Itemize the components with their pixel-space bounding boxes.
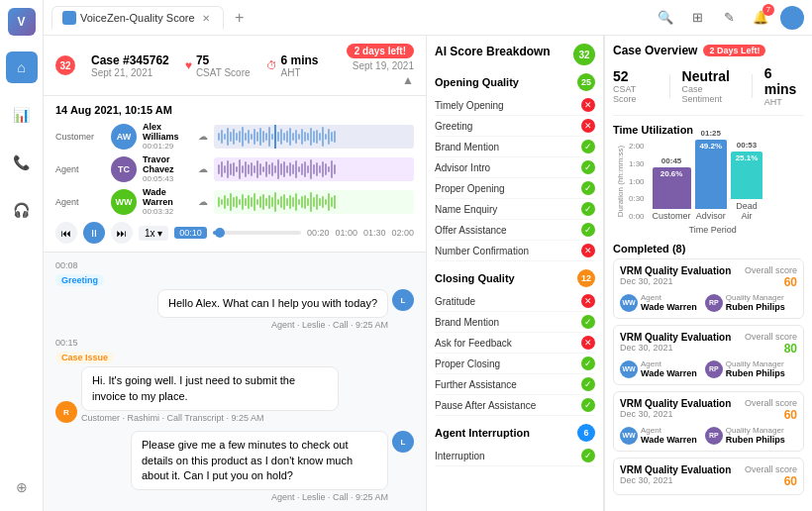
- check-icon-gratitude: ✕: [581, 294, 595, 308]
- overview-sentiment-val: Neutral: [682, 68, 740, 84]
- csat-val: 75: [196, 53, 251, 67]
- check-brand-mention-1: Brand Mention ✓: [435, 137, 595, 157]
- track-time-display-1: 00:01:29: [143, 142, 192, 151]
- sidebar-item-phone[interactable]: 📞: [6, 147, 38, 178]
- progress-bar[interactable]: [213, 231, 301, 235]
- active-tab[interactable]: VoiceZen-Quality Score ✕: [51, 6, 224, 30]
- check-label-brand2: Brand Mention: [435, 317, 499, 328]
- skip-back-btn[interactable]: ⏮: [55, 222, 77, 244]
- chat-msg-1: 00:08 Greeting Hello Alex. What can I he…: [55, 260, 414, 330]
- ai-panel-header: AI Score Breakdown 32: [435, 44, 595, 65]
- case-title: Case #345762: [91, 53, 169, 67]
- eval-3-manager-name: Ruben Philips: [726, 435, 785, 445]
- pause-btn[interactable]: ⏸: [83, 222, 105, 244]
- chart-bar-customer: 20.6%: [653, 167, 691, 209]
- progress-thumb: [215, 228, 225, 238]
- case-overview-panel: Case Overview 2 Days Left! 52 CSAT Score…: [604, 36, 812, 511]
- eval-4-score-section: Overall score 60: [745, 464, 797, 488]
- eval-3-score-label: Overall score: [745, 398, 797, 408]
- eval-2-score-label: Overall score: [745, 332, 797, 342]
- chat-msg-2: 00:15 Case Issue R Hi. It's going well. …: [55, 338, 414, 423]
- skip-fwd-btn[interactable]: ⏭: [111, 222, 133, 244]
- check-advisor-intro: Advisor Intro ✓: [435, 157, 595, 178]
- eval-1-manager-role: Quality Manager: [726, 293, 785, 302]
- grid-icon[interactable]: ⊞: [685, 6, 709, 30]
- search-icon[interactable]: 🔍: [654, 6, 677, 30]
- eval-2-score-section: Overall score 80: [745, 332, 797, 356]
- case-overview-header: Case Overview 2 Days Left!: [613, 44, 804, 57]
- chat-msg-3: Please give me a few minutes to check ou…: [55, 431, 414, 502]
- case-date: Sept 21, 2021: [91, 67, 169, 78]
- speed-btn[interactable]: 1x ▾: [139, 226, 168, 241]
- chat-row-1: Hello Alex. What can I help you with tod…: [55, 289, 414, 330]
- interruption-title: Agent Interruption: [435, 427, 530, 439]
- eval-2-agent: WW Agent Wade Warren: [620, 359, 697, 378]
- chart-col-customer: 00:45 20.6% Customer: [653, 156, 691, 221]
- eval-4-date: Dec 30, 2021: [620, 475, 731, 485]
- aht-label: AHT: [281, 67, 319, 78]
- overview-sentiment-label: Case Sentiment: [682, 84, 740, 104]
- time-02:00: 02:00: [391, 228, 414, 238]
- check-icon-feedback: ✕: [581, 336, 595, 350]
- check-name-enquiry: Name Enquiry ✓: [435, 199, 595, 220]
- eval-3-agent-info: Agent Wade Warren: [641, 426, 697, 445]
- opening-quality-header: Opening Quality 25: [435, 73, 595, 91]
- eval-1-manager-info: Quality Manager Ruben Philips: [726, 293, 785, 312]
- eval-card-2-header: VRM Quality Evaluation Dec 30, 2021 Over…: [620, 332, 797, 356]
- eval-card-3-header: VRM Quality Evaluation Dec 30, 2021 Over…: [620, 398, 797, 422]
- aht-meta: ⏱ 6 mins AHT: [266, 53, 319, 78]
- closing-quality-score: 12: [577, 269, 595, 287]
- chart-time-advisor: 01:25: [701, 129, 721, 138]
- sidebar-item-add[interactable]: ⊕: [6, 471, 38, 503]
- sidebar-item-analytics[interactable]: 📊: [6, 99, 38, 131]
- closing-quality-header: Closing Quality 12: [435, 269, 595, 287]
- opening-quality-items: Timely Opening ✕ Greeting ✕ Brand Mentio…: [435, 95, 595, 261]
- check-icon-pause: ✓: [581, 398, 595, 412]
- check-label-greeting: Greeting: [435, 121, 472, 132]
- track-name-2: Travor Chavez: [143, 154, 192, 174]
- track-info-3: Wade Warren 00:03:32: [143, 187, 192, 216]
- audio-date: 14 Aug 2021, 10:15 AM: [55, 104, 414, 116]
- overview-aht-val: 6 mins: [764, 65, 804, 97]
- aht-icon: ⏱: [266, 59, 277, 71]
- track-info-2: Travor Chavez 00:05:43: [143, 154, 192, 183]
- edit-icon[interactable]: ✎: [717, 6, 741, 30]
- track-customer: Customer AW Alex Williams 00:01:29 ☁: [55, 122, 414, 151]
- check-icon-interruption: ✓: [581, 449, 595, 462]
- check-ask-feedback: Ask for Feedback ✕: [435, 333, 595, 354]
- eval-1-info: VRM Quality Evaluation Dec 30, 2021: [620, 265, 731, 289]
- eval-3-score-val: 60: [745, 408, 797, 422]
- eval-3-score-section: Overall score 60: [745, 398, 797, 422]
- interruption-items: Interruption ✓: [435, 446, 595, 466]
- check-icon-advisor: ✓: [581, 160, 595, 174]
- eval-1-agent-info: Agent Wade Warren: [641, 293, 697, 312]
- y-label-030: 0:30: [629, 194, 645, 203]
- check-further-assistance: Further Assistance ✓: [435, 374, 595, 395]
- sidebar-item-home[interactable]: ⌂: [6, 51, 38, 83]
- eval-2-agent-name: Wade Warren: [641, 368, 697, 378]
- overview-csat-val: 52: [613, 68, 658, 84]
- chevron-up-icon[interactable]: ▲: [402, 73, 414, 87]
- sidebar-item-headset[interactable]: 🎧: [6, 194, 38, 226]
- check-timely-opening: Timely Opening ✕: [435, 95, 595, 116]
- chat-avatar-2: R: [55, 401, 77, 423]
- audio-tracks: Customer AW Alex Williams 00:01:29 ☁: [55, 122, 414, 216]
- user-avatar[interactable]: [780, 6, 804, 30]
- chart-time-deadair: 00:53: [737, 141, 757, 150]
- eval-3-manager: RP Quality Manager Ruben Philips: [705, 426, 785, 445]
- chat-bubble-1: Hello Alex. What can I help you with tod…: [157, 289, 388, 318]
- eval-4-info: VRM Quality Evaluation Dec 30, 2021: [620, 464, 731, 488]
- case-area: 32 Case #345762 Sept 21, 2021 ♥ 75 CSAT …: [44, 36, 426, 511]
- chart-container: Duration (hh:mm:ss) 2:00 1:30 1:00 0:30 …: [613, 142, 804, 235]
- chart-bar-deadair: 25.1%: [731, 152, 762, 199]
- eval-2-manager-info: Quality Manager Ruben Philips: [726, 359, 785, 378]
- notification-icon[interactable]: 🔔 7: [749, 6, 772, 30]
- audio-section: 14 Aug 2021, 10:15 AM Customer AW Alex W…: [44, 96, 426, 253]
- chat-area: 00:08 Greeting Hello Alex. What can I he…: [44, 253, 426, 511]
- tab-close-btn[interactable]: ✕: [199, 11, 213, 25]
- chart-col-deadair: 00:53 25.1% Dead Air: [731, 141, 762, 221]
- check-pause-after: Pause After Assistance ✓: [435, 395, 595, 416]
- chat-meta-2: Customer · Rashimi · Call Transcript · 9…: [81, 413, 339, 423]
- add-tab-btn[interactable]: +: [228, 6, 252, 30]
- track-avatar-3: WW: [111, 189, 137, 215]
